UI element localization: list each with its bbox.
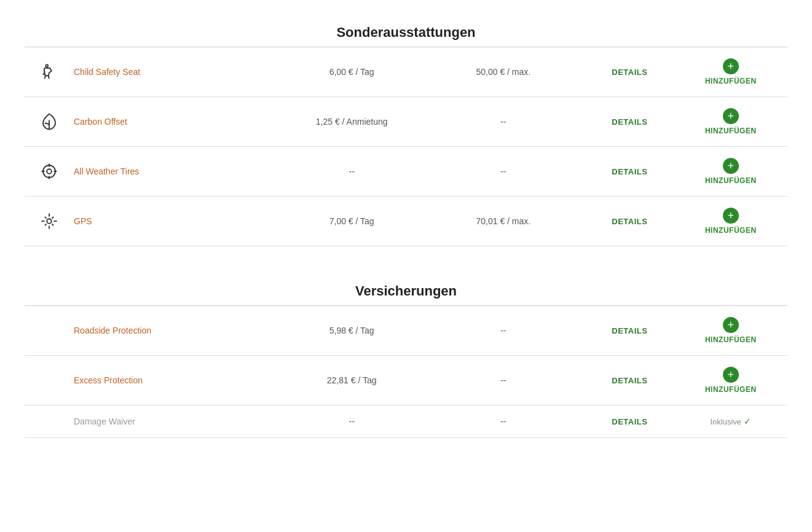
- child-seat-icon: [31, 63, 68, 81]
- details-child-safety-seat[interactable]: DETAILS: [579, 68, 680, 77]
- svg-point-1: [43, 165, 55, 178]
- inclusive-label-damage-waiver: Inklusive ✓: [710, 417, 751, 426]
- item-price1-gps: 7,00 € / Tag: [276, 216, 428, 226]
- inclusive-text: Inklusive: [710, 417, 741, 426]
- action-roadside-protection: + HINZUFÜGEN: [680, 317, 781, 344]
- details-gps[interactable]: DETAILS: [579, 217, 680, 226]
- action-excess-protection: + HINZUFÜGEN: [680, 367, 781, 394]
- add-button-carbon-offset[interactable]: +: [723, 108, 739, 124]
- page-container: Sonderausstattungen Child Safety Seat 6,…: [0, 0, 812, 450]
- add-label-roadside-protection: HINZUFÜGEN: [705, 335, 757, 344]
- item-price1-roadside-protection: 5,98 € / Tag: [276, 326, 428, 335]
- add-button-child-safety-seat[interactable]: +: [723, 58, 739, 74]
- add-button-gps[interactable]: +: [723, 208, 739, 224]
- item-price1-excess-protection: 22,81 € / Tag: [276, 375, 428, 385]
- item-price2-roadside-protection: --: [428, 326, 580, 335]
- item-price1-child-safety-seat: 6,00 € / Tag: [276, 67, 428, 77]
- section-title-1: Sonderausstattungen: [25, 12, 787, 47]
- gps-icon: [31, 212, 68, 230]
- add-button-roadside-protection[interactable]: +: [723, 317, 739, 333]
- item-price2-gps: 70,01 € / max.: [428, 216, 580, 226]
- svg-point-7: [47, 219, 52, 224]
- details-carbon-offset[interactable]: DETAILS: [579, 117, 680, 127]
- item-name-excess-protection: Excess Protection: [68, 375, 276, 385]
- item-price2-excess-protection: --: [428, 375, 580, 385]
- action-gps: + HINZUFÜGEN: [680, 208, 781, 235]
- add-label-gps: HINZUFÜGEN: [705, 226, 757, 235]
- item-name-roadside-protection: Roadside Protection: [68, 326, 276, 335]
- item-price1-carbon-offset: 1,25 € / Anmietung: [276, 117, 428, 127]
- row-roadside-protection: Roadside Protection 5,98 € / Tag -- DETA…: [25, 306, 787, 356]
- item-name-child-safety-seat: Child Safety Seat: [68, 67, 276, 77]
- row-carbon-offset: Carbon Offset 1,25 € / Anmietung -- DETA…: [25, 97, 787, 147]
- action-all-weather-tires: + HINZUFÜGEN: [680, 158, 781, 185]
- section-title-2: Versicherungen: [25, 271, 787, 305]
- action-carbon-offset: + HINZUFÜGEN: [680, 108, 781, 135]
- add-label-child-safety-seat: HINZUFÜGEN: [705, 77, 757, 85]
- item-price1-all-weather-tires: --: [276, 166, 428, 176]
- add-button-excess-protection[interactable]: +: [723, 367, 739, 383]
- row-excess-protection: Excess Protection 22,81 € / Tag -- DETAI…: [25, 356, 787, 405]
- leaf-icon: [31, 112, 68, 131]
- row-damage-waiver: Damage Waiver -- -- DETAILS Inklusive ✓: [25, 405, 787, 438]
- section-sonderausstattungen: Sonderausstattungen Child Safety Seat 6,…: [25, 12, 787, 246]
- row-all-weather-tires: All Weather Tires -- -- DETAILS + HINZUF…: [25, 147, 787, 197]
- add-label-all-weather-tires: HINZUFÜGEN: [705, 176, 757, 185]
- svg-point-2: [47, 169, 52, 174]
- action-child-safety-seat: + HINZUFÜGEN: [680, 58, 781, 85]
- details-excess-protection[interactable]: DETAILS: [579, 376, 680, 385]
- action-damage-waiver: Inklusive ✓: [680, 417, 781, 426]
- crosshair-icon: [31, 162, 68, 181]
- item-name-gps: GPS: [68, 216, 276, 226]
- details-damage-waiver[interactable]: DETAILS: [579, 417, 680, 426]
- details-roadside-protection[interactable]: DETAILS: [579, 326, 680, 335]
- item-price2-damage-waiver: --: [428, 417, 580, 426]
- spacer-1: [25, 246, 787, 271]
- item-name-damage-waiver: Damage Waiver: [68, 417, 276, 426]
- add-label-excess-protection: HINZUFÜGEN: [705, 385, 757, 394]
- checkmark-icon: ✓: [744, 417, 751, 426]
- add-label-carbon-offset: HINZUFÜGEN: [705, 127, 757, 135]
- row-child-safety-seat: Child Safety Seat 6,00 € / Tag 50,00 € /…: [25, 47, 787, 97]
- item-price2-carbon-offset: --: [428, 117, 580, 127]
- item-price1-damage-waiver: --: [276, 417, 428, 426]
- add-button-all-weather-tires[interactable]: +: [723, 158, 739, 174]
- item-name-carbon-offset: Carbon Offset: [68, 117, 276, 127]
- item-price2-all-weather-tires: --: [428, 166, 580, 176]
- svg-point-0: [45, 65, 48, 67]
- item-name-all-weather-tires: All Weather Tires: [68, 166, 276, 176]
- item-price2-child-safety-seat: 50,00 € / max.: [428, 67, 580, 77]
- details-all-weather-tires[interactable]: DETAILS: [579, 167, 680, 176]
- row-gps: GPS 7,00 € / Tag 70,01 € / max. DETAILS …: [25, 197, 787, 246]
- section-versicherungen: Versicherungen Roadside Protection 5,98 …: [25, 271, 787, 438]
